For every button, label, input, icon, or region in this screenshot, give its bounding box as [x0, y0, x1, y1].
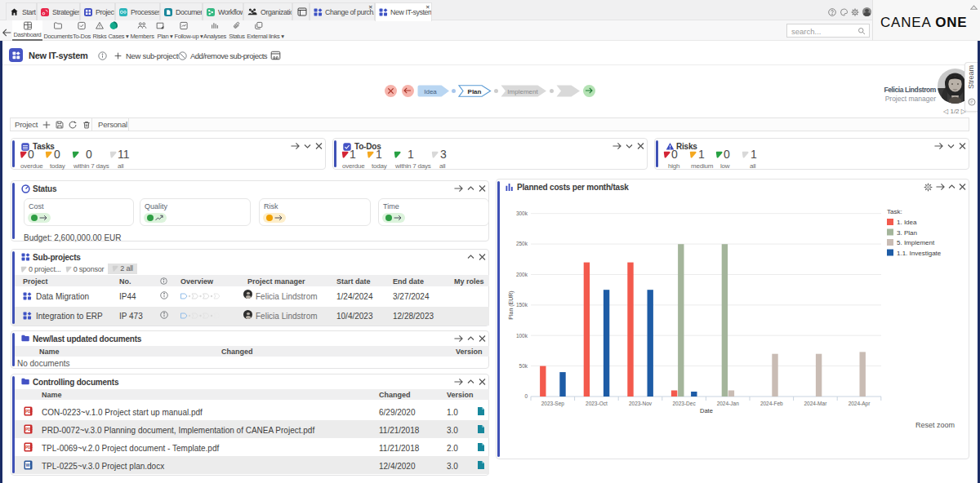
svg-text:5. Implement: 5. Implement	[897, 239, 935, 246]
svg-text:0: 0	[524, 393, 528, 399]
svg-text:2023-Nov: 2023-Nov	[629, 401, 653, 406]
svg-text:PDF: PDF	[25, 410, 33, 414]
svg-text:PDF: PDF	[25, 428, 33, 432]
svg-text:Plan (EUR): Plan (EUR)	[508, 290, 514, 319]
svg-text:Reset zoom: Reset zoom	[915, 421, 955, 429]
svg-text:100k: 100k	[516, 333, 528, 339]
svg-text:PDF: PDF	[25, 445, 33, 450]
svg-text:W: W	[26, 463, 31, 467]
svg-text:50k: 50k	[519, 363, 528, 369]
svg-text:Task:: Task:	[887, 208, 902, 215]
svg-text:2023-Dec: 2023-Dec	[673, 401, 697, 406]
svg-text:2024-Feb: 2024-Feb	[760, 401, 783, 406]
svg-text:2023-Oct: 2023-Oct	[586, 401, 608, 406]
svg-text:200k: 200k	[516, 272, 528, 277]
svg-text:Date: Date	[700, 407, 713, 414]
svg-text:2024-Jan: 2024-Jan	[717, 401, 739, 406]
svg-text:300k: 300k	[516, 210, 528, 216]
svg-text:2024-Mar: 2024-Mar	[804, 401, 827, 406]
svg-text:1. Idea: 1. Idea	[897, 219, 917, 226]
svg-text:2023-Sep: 2023-Sep	[541, 401, 565, 407]
svg-text:250k: 250k	[516, 241, 528, 246]
svg-text:150k: 150k	[516, 302, 528, 308]
svg-text:Idea: Idea	[424, 88, 437, 95]
svg-text:1.1. Investigate: 1.1. Investigate	[897, 250, 942, 257]
svg-text:2024-Apr: 2024-Apr	[849, 401, 871, 407]
svg-text:3. Plan: 3. Plan	[897, 229, 917, 237]
svg-text:Implement: Implement	[507, 88, 538, 95]
svg-text:Plan: Plan	[468, 88, 482, 95]
